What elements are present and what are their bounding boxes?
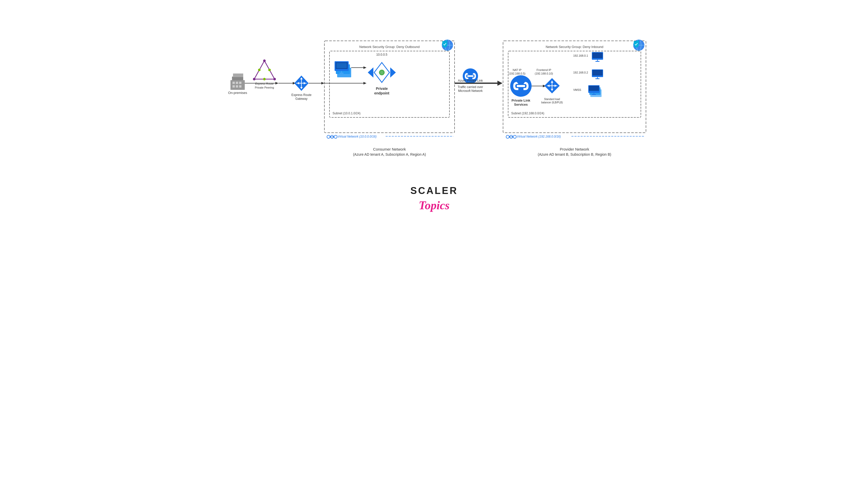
svg-rect-79: [236, 85, 238, 88]
svg-text:Gateway: Gateway: [295, 97, 307, 100]
svg-text:Virtual Network (10.0.0.0/16): Virtual Network (10.0.0.0/16): [338, 135, 377, 138]
svg-text:Subnet (10.0.1.0/24): Subnet (10.0.1.0/24): [333, 112, 360, 115]
svg-point-87: [258, 69, 260, 71]
svg-rect-74: [230, 80, 245, 90]
svg-point-86: [268, 69, 271, 71]
svg-text:endpoint: endpoint: [374, 91, 389, 95]
svg-text:SCALER: SCALER: [410, 185, 434, 196]
svg-point-127: [380, 71, 383, 74]
svg-point-83: [263, 59, 266, 62]
svg-text:Express Route: Express Route: [291, 93, 311, 97]
svg-rect-80: [239, 85, 242, 88]
svg-text:Private: Private: [376, 87, 388, 91]
svg-text:Express Route: Express Route: [255, 82, 273, 85]
consumer-nsg-text: Network Security Group: Deny Outbound: [359, 45, 419, 49]
main-diagram: On-premises Express Route Private Peerin…: [217, 0, 434, 245]
svg-point-88: [263, 78, 266, 81]
svg-rect-81: [233, 73, 243, 77]
on-premises-text: On-premises: [228, 91, 247, 95]
svg-rect-117: [339, 73, 343, 74]
svg-text:Consumer Network: Consumer Network: [373, 147, 406, 151]
svg-rect-72: [217, 0, 434, 245]
svg-rect-77: [239, 82, 242, 84]
svg-rect-75: [232, 82, 235, 84]
svg-text:Private Peering: Private Peering: [255, 86, 274, 89]
svg-text:Topics: Topics: [418, 199, 434, 212]
svg-text:(Azure AD tenant A, Subscripti: (Azure AD tenant A, Subscription A, Regi…: [353, 152, 426, 156]
svg-rect-76: [236, 82, 238, 84]
svg-rect-78: [232, 85, 235, 88]
svg-rect-115: [336, 63, 347, 68]
svg-point-85: [253, 78, 255, 81]
svg-point-84: [273, 78, 276, 81]
svg-text:10.0.0.5: 10.0.0.5: [376, 53, 388, 56]
